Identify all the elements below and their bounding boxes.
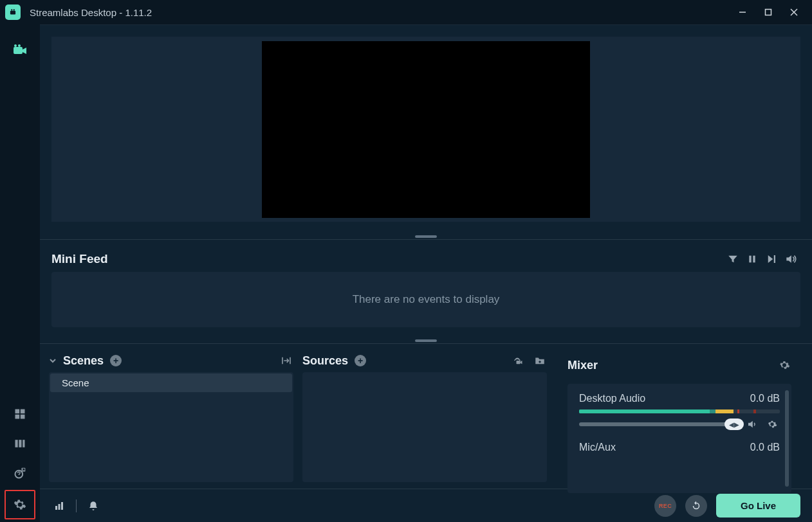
scenes-title: Scenes [63, 354, 104, 368]
svg-rect-20 [753, 256, 755, 263]
svg-rect-0 [10, 11, 15, 15]
volume-slider[interactable]: ◀▶ [579, 422, 739, 426]
stats-icon[interactable] [51, 498, 67, 514]
mini-feed-empty: There are no events to display [51, 272, 800, 327]
scene-item[interactable]: Scene [50, 374, 292, 392]
mixer-track-db: 0.0 dB [750, 442, 780, 453]
svg-rect-13 [21, 415, 25, 419]
mute-icon[interactable] [746, 419, 759, 430]
svg-rect-24 [517, 361, 521, 364]
replay-buffer-button[interactable] [685, 495, 707, 517]
footer-divider [76, 500, 77, 512]
panels-row: Scenes + Scene Sources + [40, 344, 812, 489]
mixer-scrollbar[interactable] [785, 390, 789, 487]
close-button[interactable] [781, 0, 807, 24]
svg-rect-19 [749, 256, 751, 263]
mini-feed-panel: Mini Feed There are no events to display [40, 240, 812, 338]
drag-handle[interactable] [40, 338, 812, 344]
svg-rect-14 [15, 440, 18, 447]
skip-icon[interactable] [762, 249, 781, 269]
record-label: REC [659, 503, 672, 509]
svg-rect-26 [59, 504, 60, 510]
mixer-track-name: Desktop Audio [579, 393, 645, 404]
settings-button[interactable] [7, 492, 33, 518]
scene-transition-icon[interactable] [279, 354, 293, 368]
scenes-list: Scene [49, 372, 293, 482]
mixer-track-db: 0.0 dB [750, 393, 780, 404]
mixer-track-name: Mic/Aux [579, 442, 616, 453]
svg-rect-21 [774, 255, 775, 263]
help-popout-button[interactable] [7, 460, 33, 486]
add-scene-button[interactable]: + [110, 355, 122, 366]
svg-point-1 [11, 9, 12, 10]
track-settings-icon[interactable] [767, 419, 780, 429]
window-title: Streamlabs Desktop - 1.11.2 [30, 7, 152, 18]
main-content: Mini Feed There are no events to display [40, 24, 812, 522]
notifications-icon[interactable] [86, 498, 101, 514]
slider-thumb[interactable]: ◀▶ [724, 419, 744, 430]
filter-icon[interactable] [723, 249, 743, 269]
mixer-body: Desktop Audio 0.0 dB ◀▶ [567, 384, 791, 493]
scenes-panel: Scenes + Scene [49, 349, 293, 482]
mixer-title: Mixer [567, 359, 598, 372]
footer-bar: REC Go Live [40, 489, 812, 522]
svg-point-2 [14, 9, 15, 10]
mixer-panel: Mixer Desktop Audio 0.0 dB [556, 349, 803, 482]
svg-point-9 [18, 44, 21, 47]
mixer-track: Mic/Aux 0.0 dB [579, 442, 780, 453]
maximize-button[interactable] [755, 0, 781, 24]
sidebar-rail [0, 24, 40, 522]
mixer-settings-icon[interactable] [777, 358, 791, 372]
streamlabs-logo-icon [5, 4, 21, 20]
add-source-button[interactable]: + [355, 355, 366, 366]
audio-meter [579, 410, 780, 413]
svg-point-8 [14, 44, 17, 47]
svg-rect-11 [21, 410, 25, 414]
drag-handle[interactable] [40, 233, 812, 240]
svg-rect-16 [23, 440, 24, 447]
mixer-track: Desktop Audio 0.0 dB ◀▶ [579, 393, 780, 430]
mini-feed-empty-text: There are no events to display [353, 293, 500, 306]
mini-feed-title: Mini Feed [51, 252, 108, 266]
volume-icon[interactable] [781, 249, 800, 269]
sources-panel: Sources + [302, 349, 547, 482]
preview-background [51, 37, 800, 222]
layout-editor-button[interactable] [7, 431, 33, 456]
settings-highlight-box [5, 490, 35, 519]
sources-title: Sources [302, 354, 348, 368]
svg-rect-7 [14, 47, 23, 54]
chevron-down-icon[interactable] [49, 357, 57, 364]
dashboard-button[interactable] [7, 401, 33, 427]
go-live-button[interactable]: Go Live [716, 494, 800, 518]
preview-area [40, 25, 812, 233]
preview-canvas[interactable] [262, 41, 590, 218]
minimize-button[interactable] [730, 0, 755, 24]
sources-list [302, 372, 547, 482]
svg-rect-12 [15, 415, 20, 419]
record-button[interactable]: REC [654, 495, 676, 517]
svg-rect-15 [19, 440, 21, 447]
svg-rect-10 [15, 410, 20, 414]
editor-tab-button[interactable] [7, 37, 33, 63]
svg-rect-27 [61, 502, 63, 510]
add-folder-icon[interactable] [533, 354, 547, 368]
title-bar: Streamlabs Desktop - 1.11.2 [0, 0, 812, 24]
pause-icon[interactable] [743, 249, 762, 269]
svg-rect-25 [55, 506, 57, 510]
add-camera-icon[interactable] [512, 354, 526, 368]
svg-rect-4 [766, 10, 771, 15]
